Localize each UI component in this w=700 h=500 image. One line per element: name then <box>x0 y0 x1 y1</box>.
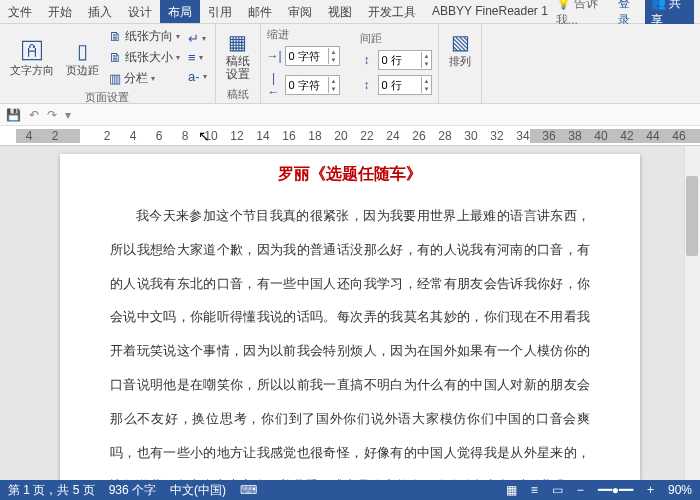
hyphenation-icon: a- <box>188 69 200 84</box>
orientation-button[interactable]: 🗎纸张方向▾ <box>107 27 182 46</box>
page-setup-group-label: 页面设置 <box>6 88 209 105</box>
arrange-button[interactable]: ▧ 排列 <box>445 27 475 70</box>
indent-left-input[interactable]: ▲▼ <box>285 46 340 66</box>
status-page[interactable]: 第 1 页，共 5 页 <box>8 482 95 499</box>
status-words[interactable]: 936 个字 <box>109 482 156 499</box>
breaks-button[interactable]: ↵▾ <box>186 30 209 47</box>
status-ime[interactable]: ⌨ <box>240 483 257 497</box>
margins-icon: ▯ <box>77 38 88 64</box>
size-icon: 🗎 <box>109 50 122 65</box>
tab-abbyy[interactable]: ABBYY FineReader 1 <box>424 0 556 23</box>
tab-view[interactable]: 视图 <box>320 0 360 23</box>
view-print[interactable]: ▦ <box>506 483 517 497</box>
columns-button[interactable]: ▥分栏▾ <box>107 69 182 88</box>
orientation-icon: 🗎 <box>109 29 122 44</box>
page: 罗丽《选题任随车》 我今天来参加这个节目我真的很紧张，因为我要用世界上最难的语言… <box>60 154 640 480</box>
columns-icon: ▥ <box>109 71 121 86</box>
tab-mailings[interactable]: 邮件 <box>240 0 280 23</box>
indent-right-input[interactable]: ▲▼ <box>285 75 340 95</box>
zoom-in[interactable]: + <box>647 483 654 497</box>
tab-developer[interactable]: 开发工具 <box>360 0 424 23</box>
margins-button[interactable]: ▯ 页边距 <box>62 36 103 79</box>
size-button[interactable]: 🗎纸张大小▾ <box>107 48 182 67</box>
qat-undo[interactable]: ↶ <box>29 108 39 122</box>
tab-bar: 文件 开始 插入 设计 布局 引用 邮件 审阅 视图 开发工具 ABBYY Fi… <box>0 0 700 24</box>
line-numbers-button[interactable]: ≡▾ <box>186 49 209 66</box>
tab-references[interactable]: 引用 <box>200 0 240 23</box>
status-bar: 第 1 页，共 5 页 936 个字 中文(中国) ⌨ ▦ ≡ ▭ − ━━●━… <box>0 480 700 500</box>
text-direction-icon: 🄰 <box>22 38 42 64</box>
line-numbers-icon: ≡ <box>188 50 196 65</box>
zoom-out[interactable]: − <box>577 483 584 497</box>
horizontal-ruler[interactable]: 4224681012141618202224262830323436384042… <box>0 126 700 146</box>
vertical-scrollbar[interactable] <box>684 146 700 480</box>
view-read[interactable]: ≡ <box>531 483 538 497</box>
arrange-icon: ▧ <box>451 29 470 55</box>
spacing-label: 间距 <box>360 31 433 46</box>
qat-save[interactable]: 💾 <box>6 108 21 122</box>
document-title[interactable]: 罗丽《选题任随车》 <box>110 164 590 185</box>
tab-review[interactable]: 审阅 <box>280 0 320 23</box>
scroll-thumb[interactable] <box>686 176 698 256</box>
manuscript-icon: ▦ <box>228 29 247 55</box>
breaks-icon: ↵ <box>188 31 199 46</box>
spacing-after-icon: ↕ <box>360 78 374 92</box>
status-lang[interactable]: 中文(中国) <box>170 482 226 499</box>
ruler-numbers: 4224681012141618202224262830323436384042… <box>16 129 692 143</box>
document-body[interactable]: 我今天来参加这个节目我真的很紧张，因为我要用世界上最难的语言讲东西，所以我想给大… <box>110 199 590 480</box>
spacing-before-input[interactable]: ▲▼ <box>378 50 433 70</box>
ribbon: 🄰 文字方向 ▯ 页边距 🗎纸张方向▾ 🗎纸张大小▾ ▥分栏▾ ↵▾ ≡▾ a-… <box>0 24 700 104</box>
indent-label: 缩进 <box>267 27 340 42</box>
quick-access-toolbar: 💾 ↶ ↷ ▾ <box>0 104 700 126</box>
spacing-after-input[interactable]: ▲▼ <box>378 75 433 95</box>
spacing-before-icon: ↕ <box>360 53 374 67</box>
tab-layout[interactable]: 布局 <box>160 0 200 23</box>
qat-more[interactable]: ▾ <box>65 108 71 122</box>
zoom-value[interactable]: 90% <box>668 483 692 497</box>
tab-home[interactable]: 开始 <box>40 0 80 23</box>
zoom-slider[interactable]: ━━●━━ <box>598 483 633 497</box>
qat-redo[interactable]: ↷ <box>47 108 57 122</box>
hyphenation-button[interactable]: a-▾ <box>186 68 209 85</box>
manuscript-group-label: 稿纸 <box>222 85 254 102</box>
tab-insert[interactable]: 插入 <box>80 0 120 23</box>
text-direction-button[interactable]: 🄰 文字方向 <box>6 36 58 79</box>
tab-file[interactable]: 文件 <box>0 0 40 23</box>
document-area[interactable]: 罗丽《选题任随车》 我今天来参加这个节目我真的很紧张，因为我要用世界上最难的语言… <box>0 146 700 480</box>
tab-design[interactable]: 设计 <box>120 0 160 23</box>
indent-right-icon: |← <box>267 71 281 99</box>
manuscript-button[interactable]: ▦ 稿纸设置 <box>222 27 254 83</box>
view-web[interactable]: ▭ <box>552 483 563 497</box>
indent-left-icon: →| <box>267 49 281 63</box>
